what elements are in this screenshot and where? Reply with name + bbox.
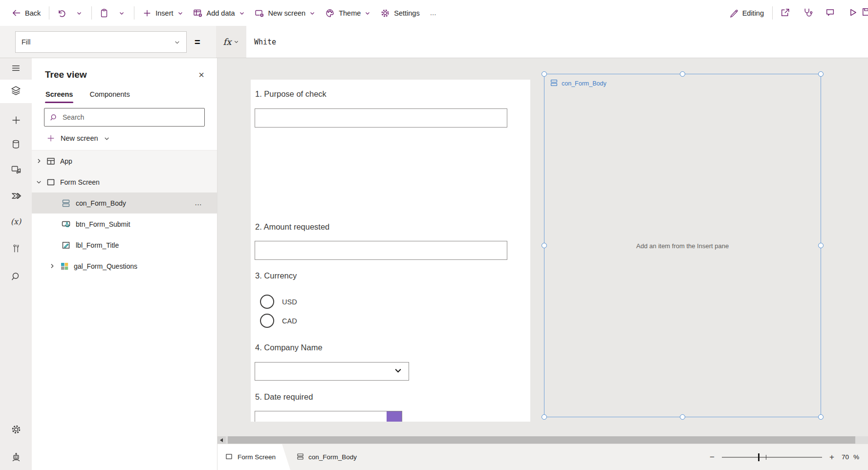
selection-handle[interactable]	[542, 243, 547, 248]
undo-menu-button[interactable]	[70, 4, 88, 22]
tree-view-rail-button[interactable]	[0, 80, 32, 103]
paste-button[interactable]	[95, 4, 113, 22]
date-picker-button[interactable]	[387, 411, 402, 422]
purpose-text-input[interactable]	[255, 108, 507, 128]
share-button[interactable]	[776, 4, 794, 22]
insert-rail-button[interactable]	[0, 110, 32, 131]
search-input[interactable]	[63, 113, 199, 121]
zoom-value: 70	[842, 453, 849, 461]
toolbar-separator	[772, 6, 773, 20]
search-rail-button[interactable]	[0, 266, 32, 288]
selection-handle[interactable]	[542, 71, 547, 77]
plus-icon	[143, 9, 152, 18]
scrollbar-thumb[interactable]	[228, 436, 855, 444]
left-rail: (x)	[0, 58, 32, 470]
insert-button[interactable]: Insert	[138, 4, 188, 22]
zoom-slider-thumb[interactable]	[758, 453, 760, 461]
back-button[interactable]: Back	[7, 4, 45, 22]
formula-input[interactable]: White	[246, 38, 276, 46]
container-icon	[550, 79, 558, 88]
app-checker-button[interactable]	[799, 4, 816, 22]
zoom-slider-tick	[766, 455, 766, 460]
fx-button[interactable]: fx	[216, 26, 246, 58]
data-rail-button[interactable]	[0, 134, 32, 156]
tree-row-con-form-body[interactable]: con_Form_Body …	[32, 192, 217, 214]
collapse-chevron-icon[interactable]	[36, 179, 43, 185]
insert-label: Insert	[155, 9, 173, 17]
toolbar-separator	[91, 6, 92, 20]
power-automate-rail-button[interactable]	[0, 186, 32, 207]
breadcrumb-form-screen[interactable]: Form Screen	[217, 444, 290, 470]
tree-row-label: lbl_Form_Title	[76, 241, 119, 249]
radio-button[interactable]	[260, 314, 274, 328]
container-icon	[61, 198, 71, 208]
panel-title: Tree view	[45, 69, 87, 80]
preview-play-button[interactable]	[844, 4, 861, 22]
selection-handle[interactable]	[818, 414, 824, 420]
undo-icon	[57, 8, 66, 18]
tree-row-label: con_Form_Body	[76, 199, 126, 207]
tab-components[interactable]: Components	[89, 87, 130, 103]
zoom-out-button[interactable]: −	[710, 453, 715, 461]
radio-button[interactable]	[260, 295, 274, 309]
search-icon	[11, 271, 22, 283]
amount-text-input[interactable]	[255, 241, 507, 260]
tree-row-app[interactable]: App	[32, 150, 217, 171]
save-button-clipped[interactable]	[861, 4, 868, 22]
selection-handle[interactable]	[680, 414, 685, 420]
advanced-tools-rail-button[interactable]	[0, 238, 32, 260]
screen-icon	[225, 452, 233, 462]
comments-icon	[825, 7, 835, 19]
settings-button[interactable]: Settings	[375, 4, 424, 22]
more-commands-button[interactable]: …	[425, 4, 442, 22]
menu-button[interactable]	[0, 58, 32, 80]
question-label: 1. Purpose of check	[255, 89, 326, 99]
tree-row-form-screen[interactable]: Form Screen	[32, 171, 217, 192]
tree-view-tabs: Screens Components	[32, 87, 217, 103]
editing-mode-button[interactable]: Editing	[724, 4, 769, 22]
selection-overlay-con-form-body[interactable]: con_Form_Body Add an item from the Inser…	[544, 74, 821, 417]
paste-menu-button[interactable]	[113, 4, 130, 22]
property-select[interactable]: Fill	[15, 31, 187, 53]
add-data-button[interactable]: Add data	[188, 4, 250, 22]
new-screen-button[interactable]: New screen	[250, 4, 321, 22]
expand-chevron-icon[interactable]	[49, 263, 56, 269]
rail-settings-button[interactable]	[0, 419, 32, 441]
media-rail-button[interactable]	[0, 159, 32, 181]
tree-row-lbl-form-title[interactable]: lbl_Form_Title	[32, 235, 217, 256]
row-more-button[interactable]: …	[195, 198, 202, 207]
date-required-input[interactable]	[255, 411, 402, 422]
zoom-slider[interactable]	[722, 457, 822, 458]
zoom-controls: − + 70 %	[710, 453, 868, 461]
variables-rail-button[interactable]: (x)	[0, 211, 32, 232]
tree-row-gal-form-questions[interactable]: gal_Form_Questions	[32, 256, 217, 277]
expand-chevron-icon[interactable]	[36, 158, 43, 164]
breadcrumb-con-form-body[interactable]: con_Form_Body	[296, 452, 357, 462]
settings-gear-icon	[380, 8, 390, 18]
advanced-tools-icon	[11, 244, 21, 255]
tree-view-icon	[10, 85, 22, 98]
tree-view-panel: Tree view × Screens Components New scree…	[32, 58, 217, 470]
selection-handle[interactable]	[680, 71, 685, 77]
undo-button[interactable]	[53, 4, 70, 22]
toolbar-right-group: Editing	[724, 0, 868, 26]
selection-handle[interactable]	[818, 243, 824, 248]
copilot-rail-button[interactable]	[0, 447, 32, 469]
power-automate-icon	[11, 191, 22, 203]
selection-handle[interactable]	[818, 71, 824, 77]
selection-handle[interactable]	[542, 414, 547, 420]
scrollbar-left-arrow[interactable]	[217, 436, 226, 444]
tree-search-box	[44, 108, 205, 127]
settings-gear-icon	[11, 424, 22, 436]
zoom-in-button[interactable]: +	[829, 453, 834, 461]
comments-button[interactable]	[821, 4, 839, 22]
tree-row-label: btn_Form_Submit	[76, 220, 130, 228]
formula-field: fx White	[216, 26, 868, 58]
save-icon	[861, 7, 868, 19]
close-panel-button[interactable]: ×	[195, 69, 207, 81]
theme-button[interactable]: Theme	[320, 4, 375, 22]
tree-row-btn-form-submit[interactable]: btn_Form_Submit	[32, 214, 217, 235]
tab-screens[interactable]: Screens	[45, 87, 73, 103]
company-name-dropdown[interactable]	[255, 362, 409, 381]
new-screen-tree-button[interactable]: New screen	[32, 127, 217, 150]
